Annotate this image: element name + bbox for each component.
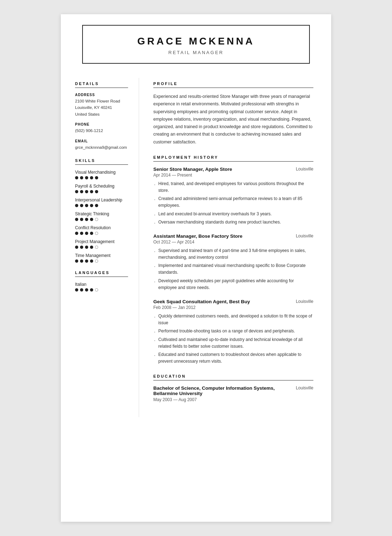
job-location: Louisville <box>296 299 313 304</box>
skill-dots <box>75 190 128 193</box>
job-dates: Oct 2012 — Apr 2014 <box>153 240 313 245</box>
email-subsection: EMAIL grce_mcknnna9@gmail.com <box>75 139 128 151</box>
email-value: grce_mcknnna9@gmail.com <box>75 144 128 151</box>
job-bullet: Cultivated and maintained up-to-date ind… <box>153 336 313 350</box>
education-section: EDUCATION Bachelor of Science, Computer … <box>153 374 313 402</box>
address-line3: United States <box>75 111 128 117</box>
dot-filled <box>85 232 88 235</box>
dot-filled <box>90 259 93 263</box>
job-dates: Feb 2008 — Jan 2012 <box>153 305 313 310</box>
address-subsection: ADDRESS 2100 White Flower Road Louisvill… <box>75 93 128 117</box>
dot-filled <box>90 288 93 291</box>
job-bullet: Oversaw merchandising standards during n… <box>153 219 313 226</box>
dot-filled <box>90 246 93 249</box>
education-list: Bachelor of Science, Computer Informatio… <box>153 385 313 402</box>
details-label: DETAILS <box>75 82 128 88</box>
dot-filled <box>95 204 98 207</box>
job-location: Louisville <box>296 167 313 172</box>
job-item: Senior Store Manager, Apple StoreLouisvi… <box>153 167 313 226</box>
job-bullet: Quickly determined customers needs, and … <box>153 313 313 326</box>
header-name: GRACE MCKENNA <box>97 36 295 47</box>
dot-filled <box>75 218 78 221</box>
education-item: Bachelor of Science, Computer Informatio… <box>153 385 313 402</box>
header-wrapper: GRACE MCKENNA RETAIL MANAGER <box>61 14 331 71</box>
dot-filled <box>80 190 83 193</box>
skill-item: Project Management <box>75 239 128 249</box>
job-title: Assistant Manager, Bose Factory Store <box>153 233 243 239</box>
job-bullets: Supervised and trained team of 4 part-ti… <box>153 247 313 291</box>
language-item: Italian <box>75 282 128 291</box>
job-bullet: Supervised and trained team of 4 part-ti… <box>153 247 313 261</box>
skill-dots <box>75 232 128 235</box>
phone-subsection: PHONE (502) 906-1212 <box>75 122 128 134</box>
job-header: Geek Squad Consultation Agent, Best BuyL… <box>153 299 313 304</box>
skills-label: SKILLS <box>75 158 128 165</box>
header-box: GRACE MCKENNA RETAIL MANAGER <box>82 25 310 64</box>
dot-filled <box>95 176 98 179</box>
job-bullet: Developed weekly schedules per payroll g… <box>153 278 313 291</box>
job-location: Louisville <box>296 233 313 238</box>
dot-empty <box>95 218 98 221</box>
dot-filled <box>75 259 78 263</box>
skill-dots <box>75 204 128 207</box>
dot-filled <box>85 259 88 263</box>
profile-section: PROFILE Experienced and results-oriented… <box>153 82 313 146</box>
dot-filled <box>95 190 98 193</box>
job-header: Assistant Manager, Bose Factory StoreLou… <box>153 233 313 239</box>
job-item: Assistant Manager, Bose Factory StoreLou… <box>153 233 313 291</box>
job-bullets: Quickly determined customers needs, and … <box>153 313 313 365</box>
skill-dots <box>75 246 128 249</box>
dot-filled <box>75 288 78 291</box>
dot-empty <box>95 232 98 235</box>
job-item: Geek Squad Consultation Agent, Best BuyL… <box>153 299 313 365</box>
dot-empty <box>95 259 98 263</box>
employment-section: EMPLOYMENT HISTORY Senior Store Manager,… <box>153 155 313 365</box>
dot-filled <box>80 259 83 263</box>
skill-name: Payroll & Scheduling <box>75 184 128 189</box>
phone-label: PHONE <box>75 122 128 126</box>
header-title: RETAIL MANAGER <box>97 50 295 55</box>
dot-filled <box>80 288 83 291</box>
dot-filled <box>75 176 78 179</box>
dot-filled <box>90 204 93 207</box>
sidebar: DETAILS ADDRESS 2100 White Flower Road L… <box>61 78 139 417</box>
skill-item: Time Management <box>75 253 128 263</box>
phone-value: (502) 906-1212 <box>75 127 128 134</box>
main-content: PROFILE Experienced and results-oriented… <box>139 78 331 417</box>
dot-empty <box>95 246 98 249</box>
skill-item: Interpersonal Leadership <box>75 198 128 207</box>
dot-filled <box>85 204 88 207</box>
skills-list: Visual MerchandisingPayroll & Scheduling… <box>75 170 128 263</box>
job-header: Senior Store Manager, Apple StoreLouisvi… <box>153 167 313 172</box>
job-bullet: Led and executed bi-annual inventory ove… <box>153 211 313 217</box>
skill-dots <box>75 218 128 221</box>
job-dates: Apr 2014 — Present <box>153 173 313 178</box>
education-label: EDUCATION <box>153 374 313 380</box>
skill-name: Strategic Thinking <box>75 211 128 216</box>
job-title: Geek Squad Consultation Agent, Best Buy <box>153 299 250 304</box>
language-dots <box>75 288 128 291</box>
employment-label: EMPLOYMENT HISTORY <box>153 155 313 162</box>
edu-header: Bachelor of Science, Computer Informatio… <box>153 385 313 396</box>
skill-name: Conflict Resolution <box>75 225 128 230</box>
job-bullet: Created and administered semi-annual per… <box>153 195 313 209</box>
resume-page: GRACE MCKENNA RETAIL MANAGER DETAILS ADD… <box>61 14 331 522</box>
details-section: DETAILS ADDRESS 2100 White Flower Road L… <box>75 82 128 151</box>
dot-filled <box>80 246 83 249</box>
dot-filled <box>90 232 93 235</box>
edu-location: Louisville <box>296 385 313 390</box>
dot-filled <box>90 218 93 221</box>
dot-filled <box>80 232 83 235</box>
job-bullet: Implemented and maintained visual mercha… <box>153 262 313 276</box>
job-bullet: Performed trouble-shooting tasks on a ra… <box>153 328 313 335</box>
dot-filled <box>85 176 88 179</box>
dot-filled <box>90 176 93 179</box>
skill-name: Project Management <box>75 239 128 244</box>
dot-filled <box>80 176 83 179</box>
language-name: Italian <box>75 282 128 287</box>
skill-name: Interpersonal Leadership <box>75 198 128 203</box>
dot-filled <box>85 218 88 221</box>
job-bullet: Hired, trained, and developed employees … <box>153 180 313 194</box>
job-title: Senior Store Manager, Apple Store <box>153 167 232 172</box>
languages-section: LANGUAGES Italian <box>75 270 128 291</box>
